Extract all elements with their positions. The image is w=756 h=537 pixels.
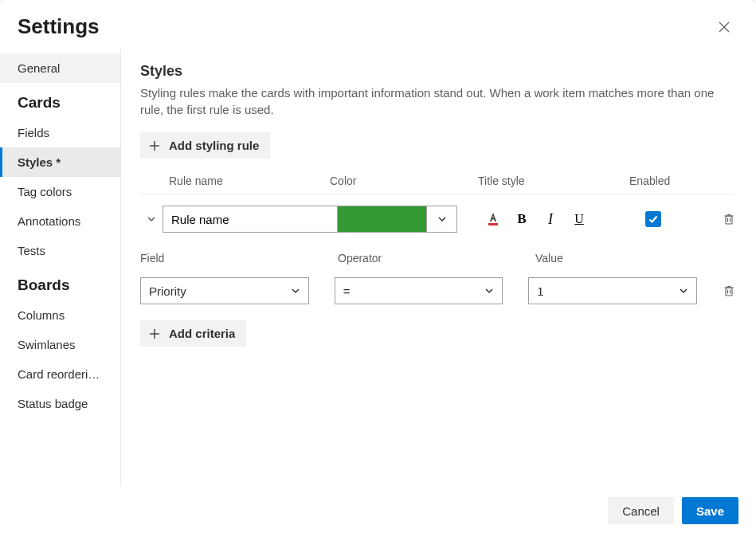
- title-style-group: B I U: [484, 210, 588, 228]
- sidebar-item-styles[interactable]: Styles *: [0, 147, 120, 177]
- close-button[interactable]: [713, 16, 735, 38]
- svg-rect-5: [726, 216, 732, 224]
- add-styling-rule-button[interactable]: Add styling rule: [140, 132, 270, 159]
- sidebar-item-annotations[interactable]: Annotations: [0, 206, 120, 236]
- col-header-title-style: Title style: [478, 174, 629, 187]
- rule-column-headers: Rule name Color Title style Enabled: [140, 174, 735, 194]
- sidebar: General Cards Fields Styles * Tag colors…: [0, 49, 121, 486]
- dialog-header: Settings: [0, 0, 756, 49]
- sidebar-item-tests[interactable]: Tests: [0, 236, 120, 265]
- title-style-underline-button[interactable]: U: [570, 210, 588, 228]
- col-header-color: Color: [330, 174, 478, 187]
- sidebar-group-boards: Boards: [0, 265, 120, 300]
- svg-rect-4: [488, 223, 498, 225]
- criteria-row: Priority = 1: [140, 277, 735, 304]
- add-styling-rule-label: Add styling rule: [169, 139, 259, 152]
- close-icon: [718, 21, 731, 33]
- sidebar-item-swimlanes[interactable]: Swimlanes: [0, 330, 120, 359]
- add-criteria-button[interactable]: Add criteria: [140, 320, 246, 347]
- sidebar-group-cards: Cards: [0, 83, 120, 118]
- criteria-headers: Field Operator Value: [140, 252, 735, 265]
- criteria-delete-button[interactable]: [723, 284, 735, 297]
- save-button[interactable]: Save: [682, 497, 738, 524]
- title-style-bold-button[interactable]: B: [513, 210, 531, 228]
- criteria-field-value: Priority: [149, 284, 186, 298]
- content-description: Styling rules make the cards with import…: [140, 84, 735, 118]
- dialog-body: General Cards Fields Styles * Tag colors…: [0, 49, 756, 486]
- rule-enabled-checkbox[interactable]: [645, 211, 661, 227]
- check-icon: [648, 214, 659, 225]
- sidebar-item-status-badge[interactable]: Status badge: [0, 389, 120, 418]
- sidebar-item-card-reordering[interactable]: Card reorderi…: [0, 359, 120, 389]
- chevron-down-icon: [147, 214, 156, 224]
- add-criteria-label: Add criteria: [169, 327, 235, 340]
- plus-icon: [148, 139, 161, 152]
- criteria-field-select[interactable]: Priority: [140, 277, 309, 304]
- title-style-italic-button[interactable]: I: [542, 210, 559, 228]
- trash-icon: [723, 213, 735, 225]
- rule-name-input[interactable]: [163, 206, 338, 233]
- settings-dialog: Settings General Cards Fields Styles * T…: [0, 0, 756, 537]
- enabled-column: [645, 211, 735, 227]
- sidebar-item-tag-colors[interactable]: Tag colors: [0, 177, 120, 206]
- plus-icon: [148, 327, 161, 340]
- chevron-down-icon: [484, 286, 494, 296]
- color-select[interactable]: [338, 206, 457, 233]
- sidebar-item-columns[interactable]: Columns: [0, 300, 120, 330]
- color-swatch: [338, 206, 426, 232]
- sidebar-item-general[interactable]: General: [0, 53, 120, 83]
- color-dropdown-caret[interactable]: [426, 206, 456, 232]
- criteria-value-select[interactable]: 1: [528, 277, 697, 304]
- col-header-rule-name: Rule name: [140, 174, 330, 187]
- chevron-down-icon: [437, 214, 447, 224]
- rule-delete-button[interactable]: [723, 213, 735, 225]
- main-content: Styles Styling rules make the cards with…: [121, 49, 756, 486]
- font-color-icon: [485, 211, 501, 227]
- criteria-value-text: 1: [537, 284, 543, 298]
- trash-icon: [723, 284, 735, 297]
- rule-section: B I U: [140, 194, 735, 347]
- dialog-title: Settings: [18, 14, 100, 39]
- cancel-button[interactable]: Cancel: [608, 497, 674, 524]
- dialog-footer: Cancel Save: [0, 486, 756, 537]
- criteria-header-field: Field: [140, 252, 338, 265]
- rule-expand-toggle[interactable]: [140, 214, 163, 224]
- svg-rect-10: [726, 288, 732, 296]
- criteria-operator-value: =: [343, 284, 351, 298]
- title-style-font-color-button[interactable]: [484, 210, 502, 228]
- criteria-header-operator: Operator: [338, 252, 535, 265]
- criteria-header-value: Value: [535, 252, 735, 265]
- chevron-down-icon: [679, 286, 688, 296]
- criteria-operator-select[interactable]: =: [335, 277, 503, 304]
- content-title: Styles: [140, 63, 735, 80]
- rule-row: B I U: [140, 206, 735, 233]
- col-header-enabled: Enabled: [629, 174, 735, 187]
- sidebar-item-fields[interactable]: Fields: [0, 118, 120, 147]
- chevron-down-icon: [291, 286, 300, 296]
